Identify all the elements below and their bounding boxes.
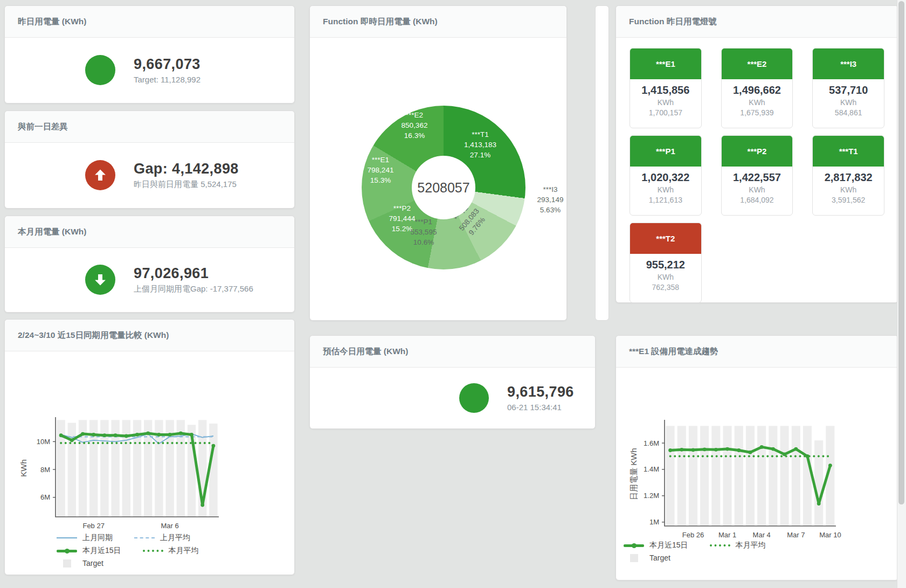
svg-text:Feb 26: Feb 26	[682, 531, 704, 539]
card-today-estimate: 預估今日用電量 (KWh) 9,615,796 06-21 15:34:41	[309, 335, 596, 429]
light-tile-p2: ***P2 1,422,557 KWh 1,684,092	[721, 135, 793, 216]
svg-text:Mar 6: Mar 6	[161, 522, 178, 530]
legend-label: 本月近15日	[649, 541, 688, 550]
realtime-usage-donut[interactable]: ***E2850,36216.3% ***T11,413,18327.1% **…	[362, 106, 525, 269]
donut-hole: 5208057	[412, 156, 475, 219]
yesterday-usage-target: Target: 11,128,992	[134, 75, 200, 84]
tile-unit: KWh	[630, 185, 701, 194]
arrow-up-icon	[93, 168, 108, 183]
estimate-timestamp: 06-21 15:34:41	[507, 403, 574, 412]
donut-label-e2: ***E2850,36216.3%	[402, 110, 428, 141]
card-yesterday-lights: Function 昨日用電燈號 ***E1 1,415,856 KWh 1,70…	[615, 5, 898, 303]
status-circle-green	[459, 383, 489, 413]
tile-unit: KWh	[722, 185, 793, 194]
line-swatch-green-thick	[624, 544, 644, 547]
tile-header: ***P1	[630, 136, 701, 167]
svg-text:6M: 6M	[40, 493, 50, 501]
tile-value: 1,415,856	[630, 84, 701, 96]
tile-target: 762,358	[630, 283, 701, 292]
legend-item-this-month[interactable]: 本月近15日	[624, 541, 688, 550]
light-tile-e1: ***E1 1,415,856 KWh 1,700,157	[630, 48, 702, 128]
donut-center-total: 5208057	[417, 180, 469, 196]
card-title: Function 即時日用電量 (KWh)	[310, 6, 566, 38]
scrollbar-thumb[interactable]	[898, 1, 904, 504]
svg-text:日用電量 KWh: 日用電量 KWh	[629, 448, 638, 500]
svg-text:1.4M: 1.4M	[644, 465, 659, 473]
svg-text:1M: 1M	[649, 518, 659, 526]
card-day-gap: 與前一日差異 Gap: 4,142,898 昨日與前日用電量 5,524,175	[4, 110, 295, 209]
svg-text:8M: 8M	[40, 466, 50, 474]
legend-item-target[interactable]: Target	[624, 554, 670, 562]
tile-header: ***T1	[813, 136, 884, 167]
tile-value: 2,817,832	[813, 171, 884, 184]
line-swatch-blue-solid	[57, 537, 77, 538]
svg-text:Mar 7: Mar 7	[787, 531, 805, 539]
tile-unit: KWh	[630, 273, 701, 281]
donut-label-e1: ***E1798,24115.3%	[368, 155, 394, 186]
status-circle-green	[85, 55, 115, 85]
tile-header: ***T2	[630, 223, 701, 254]
card-title: Function 昨日用電燈號	[616, 6, 898, 38]
tile-value: 537,710	[813, 84, 884, 96]
card-title: 與前一日差異	[5, 111, 294, 143]
card-month-usage: 本月用電量 (KWh) 97,026,961 上個月同期用電Gap: -17,3…	[4, 216, 295, 313]
card-realtime-donut: Function 即時日用電量 (KWh) ***E2850,36216.3% …	[309, 5, 567, 321]
card-title: 本月用電量 (KWh)	[5, 216, 294, 248]
tile-value: 1,020,322	[630, 171, 701, 184]
line-swatch-green-dotted	[143, 550, 163, 552]
day-gap-value: Gap: 4,142,898	[134, 161, 239, 177]
svg-text:10M: 10M	[37, 438, 50, 446]
svg-text:Feb 27: Feb 27	[82, 522, 104, 530]
tile-unit: KWh	[630, 98, 701, 107]
tile-header: ***E2	[722, 49, 793, 79]
tile-unit: KWh	[722, 98, 793, 107]
line-swatch-blue-dashed	[134, 537, 155, 538]
page-scrollbar[interactable]	[897, 0, 906, 588]
line-swatch-green-thick	[57, 550, 77, 552]
donut-label-p1: ***P1553,59510.6%	[411, 217, 437, 248]
legend-label: Target	[82, 559, 103, 568]
donut-label-i3: ***I3293,1495.63%	[537, 185, 564, 216]
legend-item-this-month-avg[interactable]: 本月平均	[143, 546, 199, 556]
tile-header: ***E1	[630, 49, 701, 79]
legend-label: 本月平均	[169, 546, 199, 556]
compare-chart-legend: 上月同期 上月平均 本月近15日 本月平均 Target	[57, 533, 199, 568]
legend-label: 上月同期	[82, 533, 113, 543]
tile-unit: KWh	[813, 98, 884, 107]
legend-item-last-month[interactable]: 上月同期	[57, 533, 113, 543]
tile-header: ***I3	[813, 49, 884, 79]
svg-text:1.2M: 1.2M	[644, 492, 659, 500]
trend-chart-legend: 本月近15日 本月平均 Target	[624, 541, 766, 562]
clipped-card-edge	[595, 5, 609, 321]
tile-target: 3,591,562	[813, 196, 884, 204]
tile-value: 1,496,662	[722, 84, 793, 96]
month-usage-gap: 上個月同期用電Gap: -17,377,566	[134, 284, 253, 294]
tile-target: 1,684,092	[722, 196, 793, 204]
tile-value: 955,212	[630, 259, 701, 271]
tile-header: ***P2	[722, 136, 793, 167]
light-tile-p1: ***P1 1,020,322 KWh 1,121,613	[630, 135, 702, 216]
tile-target: 1,121,613	[630, 196, 701, 204]
day-gap-subtitle: 昨日與前日用電量 5,524,175	[134, 179, 239, 190]
legend-item-target[interactable]: Target	[57, 559, 103, 568]
target-swatch	[630, 554, 638, 562]
card-yesterday-usage: 昨日用電量 (KWh) 9,667,073 Target: 11,128,992	[4, 5, 295, 103]
legend-item-last-month-avg[interactable]: 上月平均	[134, 533, 190, 543]
light-tile-t2: ***T2 955,212 KWh 762,358	[630, 223, 702, 303]
tile-unit: KWh	[813, 185, 884, 194]
arrow-down-icon	[93, 272, 108, 287]
card-title: 預估今日用電量 (KWh)	[310, 336, 595, 368]
tile-value: 1,422,557	[722, 171, 793, 184]
legend-item-this-month-avg[interactable]: 本月平均	[710, 541, 766, 550]
line-swatch-green-dotted	[710, 544, 730, 547]
legend-item-this-month[interactable]: 本月近15日	[57, 546, 121, 556]
light-tile-e2: ***E2 1,496,662 KWh 1,675,939	[721, 48, 793, 128]
legend-label: 本月近15日	[82, 546, 121, 556]
light-tile-t1: ***T1 2,817,832 KWh 3,591,562	[812, 135, 884, 216]
svg-text:KWh: KWh	[19, 459, 28, 477]
light-tile-i3: ***I3 537,710 KWh 584,861	[812, 48, 884, 128]
svg-text:1.6M: 1.6M	[644, 439, 659, 447]
tile-target: 584,861	[813, 108, 884, 117]
svg-text:Mar 10: Mar 10	[819, 531, 841, 539]
card-compare-chart: 2/24~3/10 近15日同期用電量比較 (KWh) 6M8M10MFeb 2…	[4, 319, 295, 575]
